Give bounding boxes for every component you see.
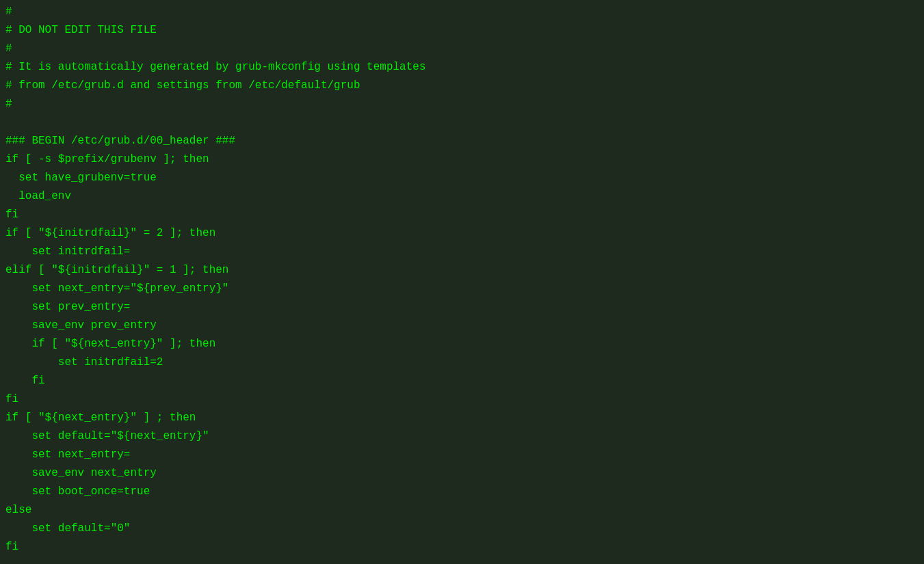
code-line: # (5, 95, 919, 113)
code-line: # It is automatically generated by grub-… (5, 58, 919, 77)
code-line: set next_entry= (5, 446, 919, 464)
code-line: set next_entry="${prev_entry}" (5, 280, 919, 298)
code-line: if [ "${initrdfail}" = 2 ]; then (5, 224, 919, 243)
code-line: ### BEGIN /etc/grub.d/00_header ### (5, 132, 919, 150)
code-line: set boot_once=true (5, 483, 919, 501)
code-line: elif [ "${initrdfail}" = 1 ]; then (5, 261, 919, 280)
code-line: fi (5, 538, 919, 556)
code-line: save_env prev_entry (5, 317, 919, 335)
code-line (5, 113, 919, 132)
code-line: fi (5, 390, 919, 409)
code-line: load_env (5, 187, 919, 206)
code-line: set initrdfail= (5, 243, 919, 261)
code-line: set default="0" (5, 520, 919, 538)
code-line: if [ -s $prefix/grubenv ]; then (5, 150, 919, 169)
code-line: fi (5, 206, 919, 224)
code-line: if [ "${next_entry}" ] ; then (5, 409, 919, 427)
code-line: # DO NOT EDIT THIS FILE (5, 21, 919, 40)
code-line: set default="${next_entry}" (5, 427, 919, 446)
code-line: set initrdfail=2 (5, 353, 919, 372)
code-line: save_env next_entry (5, 464, 919, 483)
code-line: # (5, 3, 919, 21)
code-line: # (5, 40, 919, 58)
code-line: set prev_entry= (5, 298, 919, 317)
code-editor: ## DO NOT EDIT THIS FILE## It is automat… (0, 0, 924, 564)
code-line: else (5, 501, 919, 520)
code-line: fi (5, 372, 919, 390)
code-line: set have_grubenv=true (5, 169, 919, 187)
code-line: # from /etc/grub.d and settings from /et… (5, 77, 919, 95)
code-line: if [ "${next_entry}" ]; then (5, 335, 919, 353)
